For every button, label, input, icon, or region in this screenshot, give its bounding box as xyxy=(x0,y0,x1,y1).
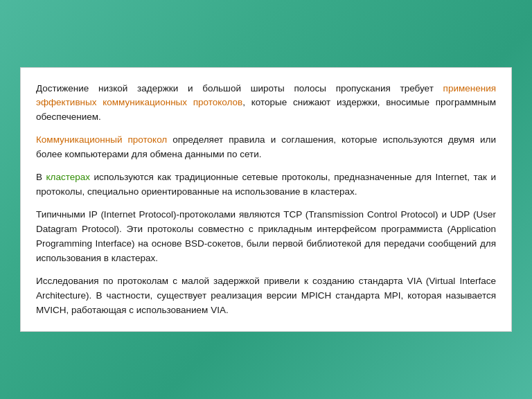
p3-highlight-1: кластерах xyxy=(46,172,90,182)
p2-highlight-1: Коммуникационный протокол xyxy=(36,134,167,145)
paragraph-4: Типичными IP (Internet Protocol)-протоко… xyxy=(36,208,496,266)
paragraph-5: Исследования по протоколам с малой задер… xyxy=(36,274,496,318)
content-box: Достижение низкой задержки и большой шир… xyxy=(20,67,512,332)
p3-text-1: В xyxy=(36,172,46,182)
paragraph-1: Достижение низкой задержки и большой шир… xyxy=(36,82,496,125)
p1-text-1: Достижение низкой задержки и большой шир… xyxy=(36,83,443,94)
p3-text-2: используются как традиционные сетевые пр… xyxy=(36,172,496,197)
text-block: Достижение низкой задержки и большой шир… xyxy=(36,82,496,318)
paragraph-2: Коммуникационный протокол определяет пра… xyxy=(36,133,496,162)
paragraph-3: В кластерах используются как традиционны… xyxy=(36,170,496,200)
p4-text-1: Типичными IP (Internet Protocol)-протоко… xyxy=(36,209,496,263)
p5-text-1: Исследования по протоколам с малой задер… xyxy=(36,276,496,315)
